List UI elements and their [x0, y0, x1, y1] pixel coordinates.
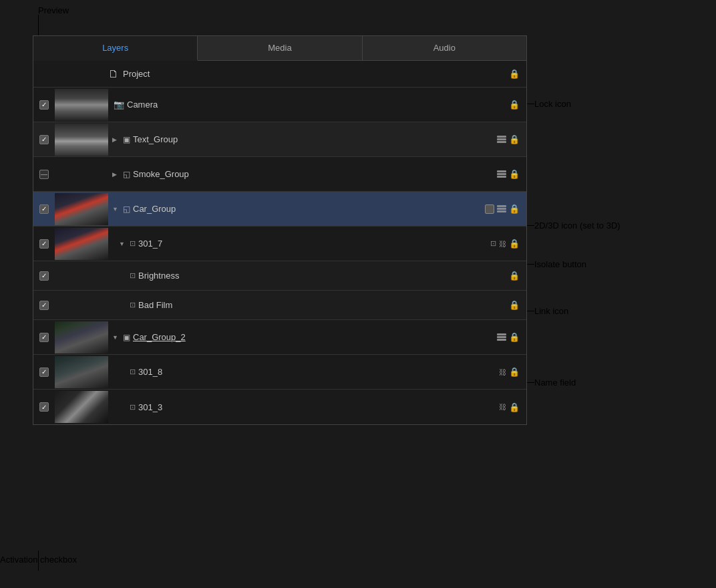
2d3d-icon-smoke-group[interactable]: [497, 170, 506, 178]
group-icon-car-group-2: ▣: [123, 333, 130, 342]
group-icon-text-group: ▣: [123, 135, 130, 144]
film-icon-bad-film: ⊡: [130, 301, 136, 309]
two3d-icon-label: 2D/3D icon (set to 3D): [534, 220, 620, 231]
thumbnail-text-group: [55, 124, 108, 156]
layer-row-car-group-2: ✓ ▼ ▣ Car_Group_2 🔒: [33, 320, 526, 355]
layer-name-301-3[interactable]: 301_3: [138, 402, 499, 412]
checkbox-301-8[interactable]: ✓: [39, 368, 49, 377]
lock-icon-project[interactable]: 🔒: [509, 69, 520, 79]
film-icon-301-3: ⊡: [130, 403, 136, 412]
expand-text-group[interactable]: ▶: [112, 136, 123, 143]
checkbox-area-text-group: ✓: [33, 135, 55, 144]
lock-icon-smoke-group[interactable]: 🔒: [509, 169, 520, 179]
checkbox-area-301-7: ✓: [33, 239, 55, 249]
checkbox-brightness[interactable]: ✓: [39, 271, 49, 281]
layer-name-car-group[interactable]: Car_Group: [133, 204, 485, 214]
right-icons-brightness: 🔒: [509, 271, 526, 281]
right-icons-301-3: ⛓ 🔒: [499, 402, 526, 412]
right-icons-car-group-2: 🔒: [497, 332, 526, 342]
checkbox-area-car-group: ✓: [33, 204, 55, 214]
thumbnail-camera: [55, 89, 108, 121]
film-icon-301-7: ⊡: [130, 239, 136, 248]
layers-panel: Layers Media Audio 🗋 Project 🔒 ✓ 📷 Camer…: [33, 35, 527, 425]
expand-smoke-group[interactable]: ▶: [112, 171, 123, 178]
layer-name-301-8[interactable]: 301_8: [138, 367, 499, 377]
name-field-label: Name field: [534, 378, 576, 388]
right-icons-smoke-group: 🔒: [497, 169, 526, 179]
link-icon-301-7[interactable]: ⛓: [499, 240, 506, 248]
checkbox-area-brightness: ✓: [33, 271, 55, 281]
cam-icon: 📷: [114, 100, 124, 110]
checkbox-car-group[interactable]: ✓: [39, 204, 49, 214]
checkbox-area-bad-film: ✓: [33, 301, 55, 310]
layer-row-smoke-group: — ▶ ◱ Smoke_Group 🔒: [33, 157, 526, 192]
layer-name-text-group[interactable]: Text_Group: [133, 134, 497, 144]
right-icons-301-7: ⊡ ⛓ 🔒: [490, 239, 526, 249]
expand-car-group-2[interactable]: ▼: [112, 334, 123, 341]
expand-car-group[interactable]: ▼: [112, 206, 123, 212]
lock-icon-brightness[interactable]: 🔒: [509, 271, 520, 281]
isolate-button-label: Isolate button: [534, 259, 586, 269]
tab-layers[interactable]: Layers: [33, 36, 198, 61]
layer-name-301-7[interactable]: 301_7: [138, 239, 490, 249]
layer-row-301-8: ✓ ⊡ 301_8 ⛓ 🔒: [33, 355, 526, 390]
right-icons-project: 🔒: [509, 69, 526, 79]
layer-row-brightness: ✓ ⊡ Brightness 🔒: [33, 261, 526, 291]
lock-icon-camera[interactable]: 🔒: [509, 100, 520, 110]
tab-audio[interactable]: Audio: [363, 36, 526, 60]
group-icon-smoke-group: ◱: [123, 170, 130, 179]
thumbnail-301-7: [55, 228, 108, 260]
lock-icon-301-3[interactable]: 🔒: [509, 402, 520, 412]
2d3d-icon-car-group[interactable]: [497, 205, 506, 212]
film-icon-301-8: ⊡: [130, 368, 136, 376]
checkbox-area-camera: ✓: [33, 100, 55, 110]
doc-icon: 🗋: [108, 68, 119, 80]
tab-bar: Layers Media Audio: [33, 36, 526, 61]
link-icon-301-3[interactable]: ⛓: [499, 403, 506, 411]
checkbox-bad-film[interactable]: ✓: [39, 301, 49, 310]
layer-row-301-7: ✓ ▼ ⊡ 301_7 ⊡ ⛓ 🔒: [33, 227, 526, 261]
checkbox-area-car-group-2: ✓: [33, 333, 55, 342]
layer-name-smoke-group[interactable]: Smoke_Group: [133, 169, 497, 179]
layer-row-301-3: ✓ ⊡ 301_3 ⛓ 🔒: [33, 390, 526, 424]
checkbox-area-301-3: ✓: [33, 402, 55, 412]
layer-name-project[interactable]: Project: [123, 69, 509, 79]
layer-row-project: 🗋 Project 🔒: [33, 61, 526, 88]
checkbox-car-group-2[interactable]: ✓: [39, 333, 49, 342]
right-icons-camera: 🔒: [509, 100, 526, 110]
layer-name-camera[interactable]: Camera: [127, 100, 509, 110]
layer-row-bad-film: ✓ ⊡ Bad Film 🔒: [33, 291, 526, 320]
expand-301-7[interactable]: ▼: [119, 241, 130, 247]
film-badge-301-7: ⊡: [490, 239, 496, 248]
tab-media[interactable]: Media: [198, 36, 362, 60]
link-icon-label: Link icon: [534, 306, 568, 316]
layer-row-camera: ✓ 📷 Camera 🔒: [33, 88, 526, 122]
layer-name-car-group-2[interactable]: Car_Group_2: [133, 332, 497, 342]
checkbox-text-group[interactable]: ✓: [39, 135, 49, 144]
checkbox-301-7[interactable]: ✓: [39, 239, 49, 249]
isolate-button-car-group[interactable]: [485, 204, 494, 214]
layer-name-brightness[interactable]: Brightness: [138, 271, 509, 281]
2d3d-icon-car-group-2[interactable]: [497, 333, 506, 341]
lock-icon-301-8[interactable]: 🔒: [509, 367, 520, 377]
link-icon-301-8[interactable]: ⛓: [499, 368, 506, 376]
lock-icon-car-group[interactable]: 🔒: [509, 204, 520, 214]
checkbox-301-3[interactable]: ✓: [39, 402, 49, 412]
group-icon-car-group: ◱: [123, 204, 130, 214]
checkbox-area-301-8: ✓: [33, 368, 55, 377]
thumbnail-car-group: [55, 193, 108, 225]
checkbox-smoke-group[interactable]: —: [39, 170, 49, 179]
right-icons-car-group: 🔒: [497, 204, 526, 214]
preview-label: Preview: [38, 5, 69, 15]
checkbox-camera[interactable]: ✓: [39, 100, 49, 110]
layer-name-bad-film[interactable]: Bad Film: [138, 300, 509, 310]
2d3d-icon-text-group[interactable]: [497, 136, 506, 143]
right-icons-text-group: 🔒: [497, 134, 526, 144]
lock-icon-text-group[interactable]: 🔒: [509, 134, 520, 144]
film-icon-brightness: ⊡: [130, 271, 136, 280]
lock-icon-car-group-2[interactable]: 🔒: [509, 332, 520, 342]
lock-icon-301-7[interactable]: 🔒: [509, 239, 520, 249]
thumbnail-301-8: [55, 356, 108, 388]
preview-line: [38, 15, 39, 36]
lock-icon-bad-film[interactable]: 🔒: [509, 300, 520, 310]
